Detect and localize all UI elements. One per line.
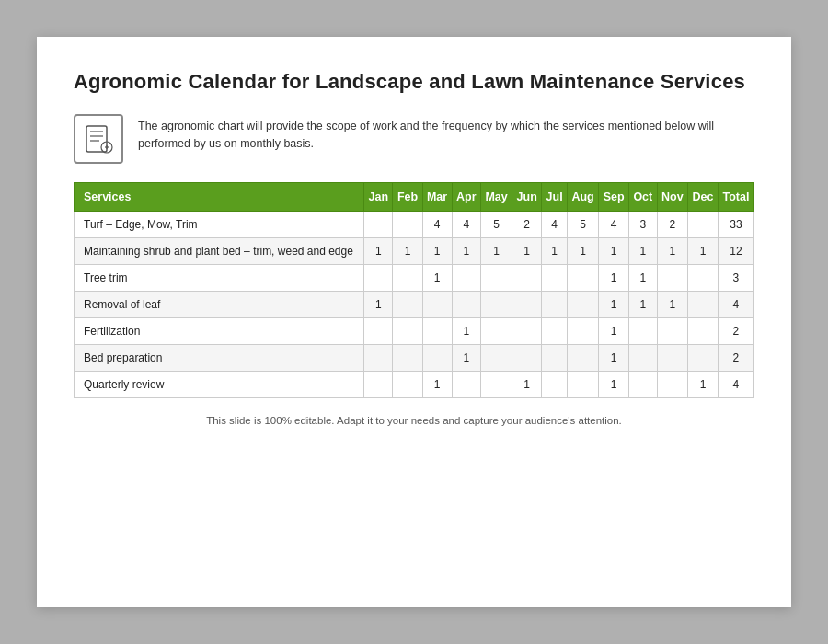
header-total: Total [718, 183, 753, 212]
month-cell [480, 292, 512, 318]
month-cell: 1 [393, 238, 422, 265]
month-cell: 1 [629, 292, 658, 318]
footer-text: This slide is 100% editable. Adapt it to… [74, 415, 754, 426]
month-cell [393, 345, 422, 372]
month-cell [364, 212, 393, 238]
calendar-table: Services Jan Feb Mar Apr May Jun Jul Aug… [74, 182, 754, 398]
month-cell: 2 [657, 212, 688, 238]
month-cell: 1 [657, 238, 688, 265]
service-cell-1: Maintaining shrub and plant bed – trim, … [75, 238, 364, 265]
total-cell: 3 [718, 265, 753, 292]
month-cell [542, 318, 568, 345]
month-cell [688, 212, 719, 238]
header-mar: Mar [422, 183, 452, 212]
page-title: Agronomic Calendar for Landscape and Law… [74, 70, 754, 94]
month-cell [542, 372, 568, 398]
month-cell [568, 292, 599, 318]
month-cell [512, 318, 542, 345]
month-cell: 1 [452, 318, 480, 345]
month-cell [568, 372, 599, 398]
month-cell [480, 372, 512, 398]
info-icon [74, 114, 123, 164]
month-cell [480, 265, 512, 292]
total-cell: 4 [718, 292, 753, 318]
month-cell [657, 318, 688, 345]
header-sep: Sep [599, 183, 629, 212]
month-cell: 1 [599, 318, 629, 345]
slide-container: Agronomic Calendar for Landscape and Law… [37, 37, 791, 607]
month-cell [568, 318, 599, 345]
month-cell: 1 [422, 372, 452, 398]
month-cell [512, 345, 542, 372]
month-cell [512, 265, 542, 292]
month-cell: 1 [422, 238, 452, 265]
month-cell [422, 292, 452, 318]
month-cell [657, 372, 688, 398]
month-cell [364, 265, 393, 292]
service-cell-3: Removal of leaf [75, 292, 364, 318]
service-cell-0: Turf – Edge, Mow, Trim [75, 212, 364, 238]
info-text: The agronomic chart will provide the sco… [138, 114, 754, 154]
table-row: Maintaining shrub and plant bed – trim, … [75, 238, 754, 265]
month-cell: 1 [599, 292, 629, 318]
month-cell: 1 [542, 238, 568, 265]
month-cell [364, 372, 393, 398]
header-nov: Nov [657, 183, 688, 212]
month-cell [568, 345, 599, 372]
header-apr: Apr [452, 183, 480, 212]
month-cell [364, 345, 393, 372]
header-jul: Jul [542, 183, 568, 212]
header-dec: Dec [688, 183, 719, 212]
service-cell-6: Quarterly review [75, 372, 364, 398]
month-cell [657, 265, 688, 292]
service-cell-2: Tree trim [75, 265, 364, 292]
month-cell: 1 [599, 238, 629, 265]
month-cell: 1 [657, 292, 688, 318]
month-cell [452, 265, 480, 292]
month-cell [688, 345, 719, 372]
month-cell: 1 [422, 265, 452, 292]
header-jan: Jan [364, 183, 393, 212]
month-cell: 4 [542, 212, 568, 238]
total-cell: 33 [718, 212, 753, 238]
month-cell [422, 318, 452, 345]
month-cell: 1 [512, 238, 542, 265]
month-cell [657, 345, 688, 372]
month-cell [393, 318, 422, 345]
month-cell: 2 [512, 212, 542, 238]
header-oct: Oct [629, 183, 658, 212]
table-row: Tree trim1113 [75, 265, 754, 292]
info-box: The agronomic chart will provide the sco… [74, 114, 754, 164]
month-cell [542, 345, 568, 372]
month-cell [393, 372, 422, 398]
total-cell: 12 [718, 238, 753, 265]
table-row: Bed preparation112 [75, 345, 754, 372]
month-cell [568, 265, 599, 292]
month-cell [688, 318, 719, 345]
month-cell: 4 [452, 212, 480, 238]
month-cell [688, 265, 719, 292]
month-cell [629, 372, 658, 398]
month-cell [542, 265, 568, 292]
header-feb: Feb [393, 183, 422, 212]
month-cell [688, 292, 719, 318]
month-cell [512, 292, 542, 318]
month-cell: 1 [599, 372, 629, 398]
month-cell [393, 265, 422, 292]
month-cell [629, 345, 658, 372]
month-cell: 1 [688, 372, 719, 398]
month-cell: 5 [480, 212, 512, 238]
month-cell [480, 318, 512, 345]
total-cell: 2 [718, 345, 753, 372]
month-cell: 1 [688, 238, 719, 265]
month-cell: 1 [512, 372, 542, 398]
month-cell [393, 212, 422, 238]
svg-rect-0 [86, 126, 107, 152]
table-row: Turf – Edge, Mow, Trim44524543233 [75, 212, 754, 238]
service-cell-4: Fertilization [75, 318, 364, 345]
month-cell [542, 292, 568, 318]
header-aug: Aug [568, 183, 599, 212]
table-row: Fertilization112 [75, 318, 754, 345]
table-wrapper: Services Jan Feb Mar Apr May Jun Jul Aug… [74, 182, 754, 398]
month-cell: 1 [364, 238, 393, 265]
